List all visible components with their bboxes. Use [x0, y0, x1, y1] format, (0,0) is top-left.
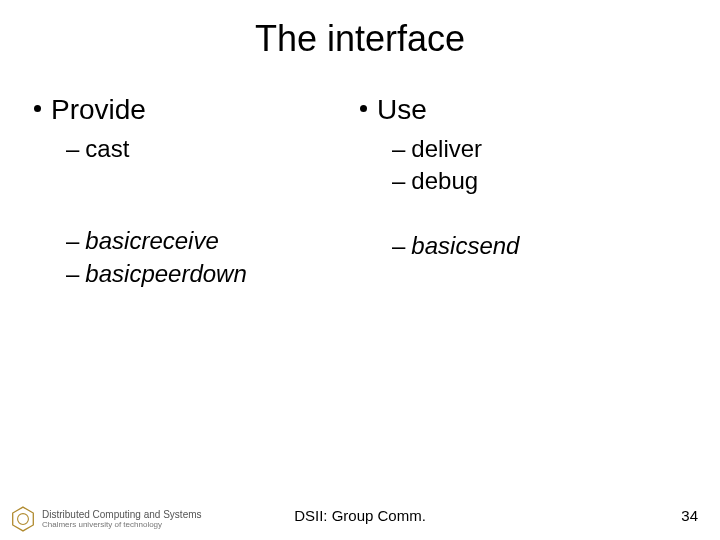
dash-icon: – — [392, 230, 405, 262]
list-item: – debug — [392, 165, 686, 197]
item-basicsend: basicsend — [411, 230, 519, 262]
item-basicpeerdown: basicpeerdown — [85, 258, 246, 290]
provide-group-2: – basicreceive – basicpeerdown — [66, 225, 360, 290]
dash-icon: – — [66, 133, 79, 165]
dash-icon: – — [66, 225, 79, 257]
slide: The interface Provide – cast – basicrece… — [0, 0, 720, 540]
dash-icon: – — [392, 165, 405, 197]
provide-group-1: – cast — [66, 133, 360, 165]
use-group-2: – basicsend — [392, 230, 686, 262]
item-deliver: deliver — [411, 133, 482, 165]
dash-icon: – — [392, 133, 405, 165]
slide-title: The interface — [0, 18, 720, 60]
dash-icon: – — [66, 258, 79, 290]
list-item: – basicpeerdown — [66, 258, 360, 290]
list-item: – deliver — [392, 133, 686, 165]
heading-use: Use — [377, 92, 427, 127]
list-item: – cast — [66, 133, 360, 165]
item-basicreceive: basicreceive — [85, 225, 218, 257]
use-group-1: – deliver – debug — [392, 133, 686, 198]
bullet-icon — [34, 105, 41, 112]
item-debug: debug — [411, 165, 478, 197]
item-cast: cast — [85, 133, 129, 165]
bullet-icon — [360, 105, 367, 112]
right-column: Use – deliver – debug – basicsend — [360, 92, 686, 290]
heading-provide: Provide — [51, 92, 146, 127]
page-number: 34 — [681, 507, 698, 524]
left-column: Provide – cast – basicreceive – basicpee… — [34, 92, 360, 290]
bullet-use: Use — [360, 92, 686, 127]
bullet-provide: Provide — [34, 92, 360, 127]
footer-center: DSII: Group Comm. — [0, 507, 720, 524]
list-item: – basicsend — [392, 230, 686, 262]
slide-body: Provide – cast – basicreceive – basicpee… — [34, 92, 686, 290]
list-item: – basicreceive — [66, 225, 360, 257]
